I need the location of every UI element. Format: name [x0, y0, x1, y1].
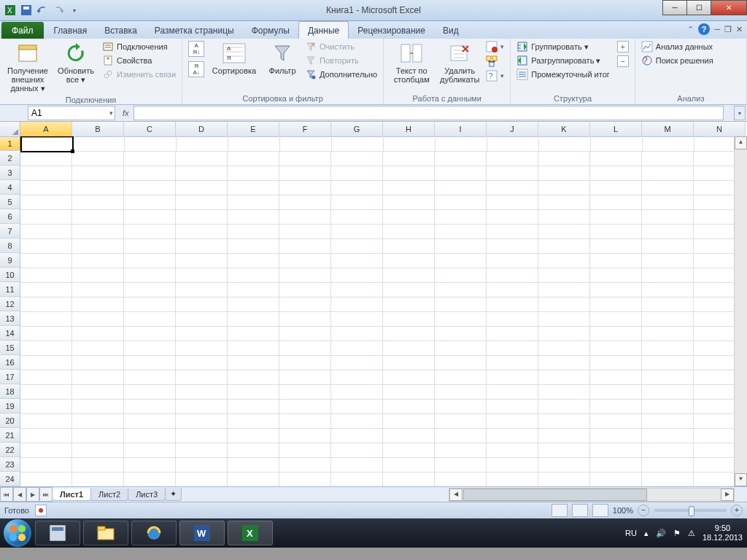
cell-D3[interactable]	[176, 166, 228, 181]
cell-C2[interactable]	[124, 151, 176, 166]
cell-L9[interactable]	[590, 253, 642, 268]
cell-F23[interactable]	[279, 457, 331, 472]
cell-L4[interactable]	[590, 180, 642, 195]
cell-K8[interactable]	[538, 238, 590, 254]
vertical-scrollbar[interactable]: ▲ ▼	[734, 136, 747, 486]
cell-C23[interactable]	[124, 457, 176, 472]
cell-A21[interactable]	[20, 428, 72, 443]
cell-E11[interactable]	[228, 282, 279, 298]
cell-C18[interactable]	[124, 384, 176, 400]
row-header-15[interactable]: 15	[0, 341, 20, 355]
cell-L19[interactable]	[590, 399, 642, 414]
cell-G19[interactable]	[331, 399, 383, 414]
cell-K16[interactable]	[538, 355, 590, 370]
refresh-all-button[interactable]: Обновить все ▾	[53, 40, 99, 85]
cell-B21[interactable]	[72, 428, 124, 443]
cell-M13[interactable]	[642, 311, 694, 327]
cell-J17[interactable]	[487, 370, 538, 385]
cell-H16[interactable]	[383, 355, 435, 370]
cell-L11[interactable]	[590, 282, 642, 298]
cell-M8[interactable]	[642, 238, 694, 254]
cell-M23[interactable]	[642, 457, 694, 472]
cell-J9[interactable]	[487, 253, 538, 268]
cell-B11[interactable]	[72, 282, 124, 298]
column-header-A[interactable]: A	[20, 122, 72, 138]
cell-L1[interactable]	[591, 136, 643, 152]
cell-M10[interactable]	[642, 268, 694, 283]
row-header-7[interactable]: 7	[0, 224, 20, 238]
cell-G7[interactable]	[331, 224, 383, 239]
cell-F2[interactable]	[279, 151, 331, 166]
cell-F17[interactable]	[279, 370, 331, 385]
cell-J2[interactable]	[487, 151, 538, 166]
cell-H15[interactable]	[383, 341, 435, 356]
cell-C9[interactable]	[124, 253, 176, 268]
cell-I17[interactable]	[435, 370, 487, 385]
cell-G10[interactable]	[331, 268, 383, 283]
cell-H18[interactable]	[383, 384, 435, 400]
cell-K21[interactable]	[538, 428, 590, 443]
sheet-nav-first[interactable]: ⏮	[0, 487, 13, 502]
cell-H21[interactable]	[383, 428, 435, 443]
cell-J4[interactable]	[487, 180, 538, 195]
cell-E20[interactable]	[228, 413, 279, 429]
cell-I10[interactable]	[435, 268, 487, 283]
cell-K15[interactable]	[538, 341, 590, 356]
row-header-9[interactable]: 9	[0, 253, 20, 268]
cell-A6[interactable]	[20, 209, 72, 225]
row-header-24[interactable]: 24	[0, 472, 20, 486]
cell-A16[interactable]	[20, 355, 72, 370]
cell-M4[interactable]	[642, 180, 694, 195]
cell-B24[interactable]	[72, 472, 124, 486]
cell-F6[interactable]	[279, 209, 331, 225]
cell-I19[interactable]	[435, 399, 487, 414]
whatif-button[interactable]: ?▾	[484, 69, 506, 82]
normal-view-button[interactable]	[551, 504, 568, 517]
cell-J1[interactable]	[487, 136, 539, 152]
cell-A20[interactable]	[20, 413, 72, 429]
cell-F14[interactable]	[279, 326, 331, 341]
zoom-slider[interactable]	[654, 509, 727, 512]
cell-E13[interactable]	[228, 311, 279, 327]
tab-insert[interactable]: Вставка	[96, 22, 146, 39]
cell-J3[interactable]	[487, 166, 538, 181]
cell-C17[interactable]	[124, 370, 176, 385]
cell-D5[interactable]	[176, 195, 228, 210]
cell-L13[interactable]	[590, 311, 642, 327]
cell-E5[interactable]	[228, 195, 279, 210]
cell-B4[interactable]	[72, 180, 124, 195]
cell-E22[interactable]	[228, 443, 279, 458]
save-icon[interactable]	[19, 3, 34, 18]
cell-H24[interactable]	[383, 472, 435, 486]
cell-F8[interactable]	[279, 238, 331, 254]
cell-F22[interactable]	[279, 443, 331, 458]
cell-C8[interactable]	[124, 238, 176, 254]
cell-I8[interactable]	[435, 238, 487, 254]
show-detail-button[interactable]: +	[616, 40, 630, 53]
cell-K20[interactable]	[538, 413, 590, 429]
cell-G17[interactable]	[331, 370, 383, 385]
cell-K13[interactable]	[538, 311, 590, 327]
cell-C11[interactable]	[124, 282, 176, 298]
file-tab[interactable]: Файл	[1, 22, 44, 39]
zoom-out-button[interactable]: −	[638, 505, 649, 516]
cell-F16[interactable]	[279, 355, 331, 370]
taskbar-word[interactable]: W	[179, 521, 225, 545]
cell-G3[interactable]	[331, 166, 383, 181]
cell-F13[interactable]	[279, 311, 331, 327]
undo-icon[interactable]	[35, 3, 50, 18]
cell-H23[interactable]	[383, 457, 435, 472]
hide-detail-button[interactable]: −	[616, 55, 630, 68]
cell-J16[interactable]	[487, 355, 538, 370]
cell-E17[interactable]	[228, 370, 279, 385]
cell-J6[interactable]	[487, 209, 538, 225]
cell-K23[interactable]	[538, 457, 590, 472]
text-to-columns-button[interactable]: Текст по столбцам	[388, 40, 435, 85]
cell-G8[interactable]	[331, 238, 383, 254]
cell-E9[interactable]	[228, 253, 279, 268]
formula-input[interactable]	[133, 106, 724, 120]
cell-A12[interactable]	[20, 297, 72, 312]
cell-L17[interactable]	[590, 370, 642, 385]
solver-button[interactable]: ?Поиск решения	[640, 54, 715, 67]
cell-M14[interactable]	[642, 326, 694, 341]
